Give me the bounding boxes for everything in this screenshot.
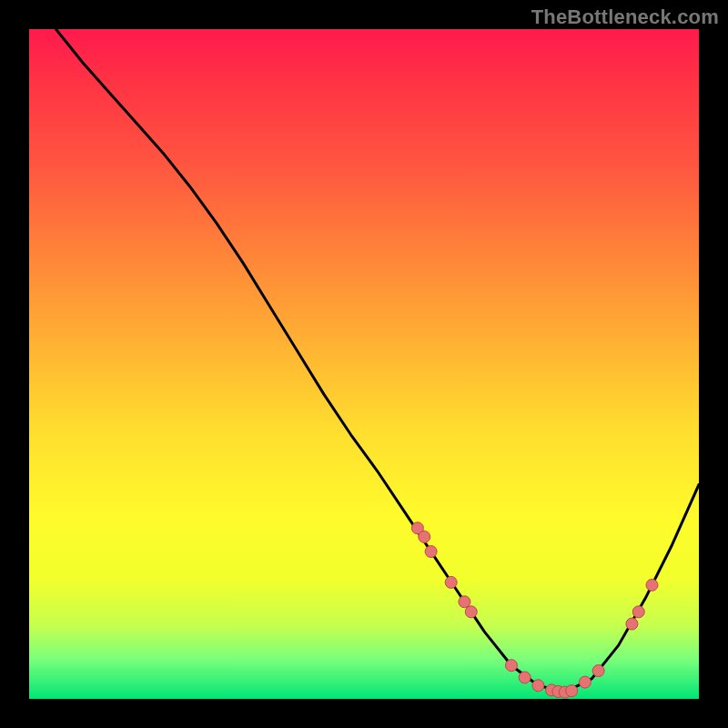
svg-point-8 xyxy=(532,680,544,692)
svg-point-14 xyxy=(592,665,604,677)
chart-svg xyxy=(29,29,699,699)
plot-area xyxy=(29,29,699,699)
watermark-text: TheBottleneck.com xyxy=(531,5,719,29)
chart-container: TheBottleneck.com xyxy=(0,0,728,728)
data-points xyxy=(411,522,658,698)
svg-point-2 xyxy=(425,546,437,558)
svg-point-4 xyxy=(459,596,470,608)
svg-point-15 xyxy=(626,618,638,630)
curve-path xyxy=(56,29,699,693)
svg-point-13 xyxy=(579,676,591,688)
svg-point-16 xyxy=(632,606,644,618)
svg-point-1 xyxy=(419,531,430,542)
svg-point-3 xyxy=(445,576,457,588)
svg-point-7 xyxy=(519,672,531,683)
svg-point-17 xyxy=(646,579,658,591)
svg-point-5 xyxy=(465,606,477,618)
svg-point-6 xyxy=(505,660,517,672)
svg-point-12 xyxy=(566,685,578,697)
